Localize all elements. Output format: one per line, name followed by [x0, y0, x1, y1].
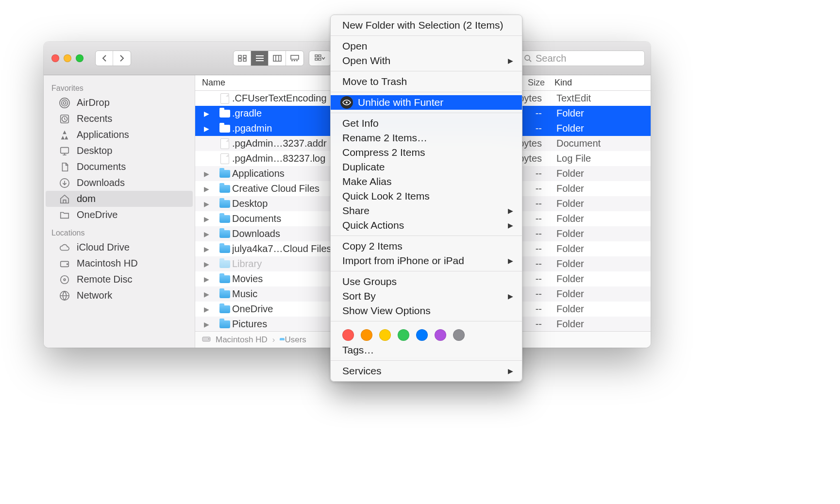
path-seg-users[interactable]: Users: [285, 335, 306, 345]
file-kind: Folder: [550, 228, 651, 239]
path-seg-hd[interactable]: Macintosh HD: [216, 335, 268, 345]
disclosure-triangle-icon[interactable]: ▶: [195, 200, 218, 208]
view-list-button[interactable]: [251, 51, 269, 66]
tag-color-swatch[interactable]: [416, 329, 428, 341]
menu-services[interactable]: Services: [331, 364, 522, 378]
svg-point-14: [63, 101, 66, 104]
sidebar-item-onedrive[interactable]: OneDrive: [46, 207, 193, 223]
sidebar-item-applications[interactable]: Applications: [46, 127, 193, 143]
menu-share[interactable]: Share: [331, 203, 522, 218]
search-icon: [524, 54, 532, 62]
svg-rect-1: [243, 55, 246, 58]
svg-rect-7: [294, 60, 295, 61]
svg-point-15: [62, 100, 68, 106]
sidebar-item-recents[interactable]: Recents: [46, 111, 193, 127]
file-kind: Folder: [550, 258, 651, 269]
tag-color-swatch[interactable]: [342, 329, 354, 341]
menu-show-view-options[interactable]: Show View Options: [331, 303, 522, 318]
disclosure-triangle-icon[interactable]: ▶: [195, 185, 218, 193]
menu-compress[interactable]: Compress 2 Items: [331, 145, 522, 160]
sidebar-item-documents[interactable]: Documents: [46, 159, 193, 175]
close-window-button[interactable]: [51, 54, 59, 62]
disclosure-triangle-icon[interactable]: ▶: [195, 275, 218, 283]
folder-icon: [219, 110, 230, 118]
view-gallery-button[interactable]: [286, 51, 303, 66]
menu-rename[interactable]: Rename 2 Items…: [331, 131, 522, 145]
file-kind: Folder: [550, 288, 651, 300]
folder-icon: [219, 275, 230, 283]
disclosure-triangle-icon[interactable]: ▶: [195, 245, 218, 253]
disk-icon: [58, 258, 71, 269]
file-kind: TextEdit: [550, 93, 651, 104]
disclosure-triangle-icon[interactable]: ▶: [195, 170, 218, 178]
search-field[interactable]: Search: [519, 50, 645, 66]
disclosure-triangle-icon[interactable]: ▶: [195, 260, 218, 268]
file-icon: [220, 153, 229, 164]
zoom-window-button[interactable]: [76, 54, 84, 62]
minimize-window-button[interactable]: [64, 54, 71, 62]
column-kind[interactable]: Kind: [550, 78, 651, 88]
disk-icon: [202, 335, 211, 345]
menu-duplicate[interactable]: Duplicate: [331, 160, 522, 174]
disclosure-triangle-icon[interactable]: ▶: [195, 230, 218, 238]
menu-quick-actions[interactable]: Quick Actions: [331, 218, 522, 233]
menu-open[interactable]: Open: [331, 39, 522, 53]
file-icon: [220, 93, 229, 104]
sidebar-item-macintosh-hd[interactable]: Macintosh HD: [46, 255, 193, 271]
menu-move-to-trash[interactable]: Move to Trash: [331, 74, 522, 89]
svg-point-28: [346, 101, 348, 103]
sidebar-item-airdrop[interactable]: AirDrop: [46, 95, 193, 111]
disclosure-triangle-icon[interactable]: ▶: [195, 215, 218, 223]
remote-disc-icon: [58, 274, 71, 285]
disclosure-triangle-icon[interactable]: ▶: [195, 305, 218, 313]
menu-unhide-with-funter[interactable]: Unhide with Funter: [331, 95, 522, 110]
menu-quick-look[interactable]: Quick Look 2 Items: [331, 189, 522, 203]
tag-color-swatch[interactable]: [398, 329, 409, 341]
sidebar-item-downloads[interactable]: Downloads: [46, 175, 193, 191]
sidebar-item-desktop[interactable]: Desktop: [46, 143, 193, 159]
menu-import-iphone[interactable]: Import from iPhone or iPad: [331, 253, 522, 268]
menu-make-alias[interactable]: Make Alias: [331, 174, 522, 189]
tag-color-swatch[interactable]: [435, 329, 446, 341]
search-placeholder: Search: [536, 53, 566, 64]
menu-copy[interactable]: Copy 2 Items: [331, 239, 522, 253]
sidebar-item-remote-disc[interactable]: Remote Disc: [46, 271, 193, 287]
disclosure-triangle-icon[interactable]: ▶: [195, 320, 218, 328]
group-by-dropdown[interactable]: [309, 50, 331, 66]
menu-open-with[interactable]: Open With: [331, 53, 522, 68]
tag-color-swatch[interactable]: [453, 329, 465, 341]
view-columns-button[interactable]: [269, 51, 286, 66]
sidebar-item-label: dom: [77, 193, 96, 204]
file-kind: Folder: [550, 123, 651, 134]
menu-new-folder-with-selection[interactable]: New Folder with Selection (2 Items): [331, 18, 522, 33]
back-button[interactable]: [96, 51, 113, 66]
sidebar-item-label: Network: [77, 290, 112, 301]
tag-color-row: [331, 324, 522, 343]
svg-point-13: [525, 55, 530, 60]
sidebar-item-network[interactable]: Network: [46, 287, 193, 303]
menu-sort-by[interactable]: Sort By: [331, 289, 522, 303]
file-kind: Folder: [550, 243, 651, 254]
forward-button[interactable]: [113, 51, 131, 66]
menu-tags[interactable]: Tags…: [331, 343, 522, 357]
home-icon: [58, 194, 71, 204]
tag-color-swatch[interactable]: [379, 329, 391, 341]
folder-icon: [219, 185, 230, 193]
sidebar-item-label: Applications: [77, 129, 129, 140]
sidebar-item-icloud-drive[interactable]: iCloud Drive: [46, 239, 193, 255]
view-icons-button[interactable]: [234, 51, 251, 66]
sidebar-item-label: AirDrop: [77, 97, 110, 108]
menu-use-groups[interactable]: Use Groups: [331, 274, 522, 289]
disclosure-triangle-icon[interactable]: ▶: [195, 110, 218, 118]
file-kind: Folder: [550, 108, 651, 119]
svg-point-22: [67, 264, 68, 265]
disclosure-triangle-icon[interactable]: ▶: [195, 290, 218, 298]
sidebar-item-dom[interactable]: dom: [46, 191, 193, 207]
tag-color-swatch[interactable]: [361, 329, 372, 341]
sidebar-item-label: Recents: [77, 113, 112, 124]
disclosure-triangle-icon[interactable]: ▶: [195, 125, 218, 133]
svg-rect-11: [315, 58, 318, 60]
menu-get-info[interactable]: Get Info: [331, 116, 522, 131]
context-menu: New Folder with Selection (2 Items) Open…: [330, 15, 522, 382]
file-kind: Folder: [550, 183, 651, 194]
